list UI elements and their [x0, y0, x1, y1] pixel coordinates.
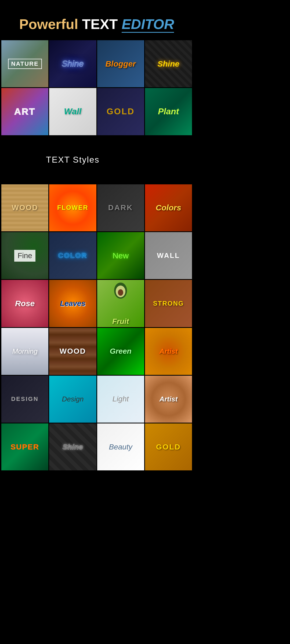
- title-text: TEXT: [82, 16, 122, 32]
- tile-dark-label: DARK: [108, 203, 133, 212]
- tile-gold2[interactable]: GOLD: [145, 423, 192, 470]
- tile-design1[interactable]: DESIGN: [1, 376, 48, 423]
- tile-super-label: SUPER: [10, 443, 39, 451]
- tile-wall2-label: WALL: [157, 251, 180, 260]
- tile-design2[interactable]: Design: [49, 376, 96, 423]
- tile-color-label: COLOR: [58, 251, 87, 260]
- tile-green[interactable]: Green: [97, 328, 144, 375]
- tile-gold2-label: GOLD: [156, 443, 181, 451]
- tile-shine3-label: Shine: [63, 443, 83, 451]
- tile-wall-label: Wall: [64, 107, 81, 116]
- tile-beauty[interactable]: Beauty: [97, 423, 144, 470]
- tile-fruit[interactable]: Fruit: [97, 280, 144, 327]
- tile-new[interactable]: New: [97, 232, 144, 279]
- tile-flower[interactable]: FLOWER: [49, 184, 96, 231]
- tile-super[interactable]: SUPER: [1, 423, 48, 470]
- tile-wall[interactable]: Wall: [49, 88, 96, 135]
- avocado-icon: [113, 281, 129, 300]
- tile-color[interactable]: COLOR: [49, 232, 96, 279]
- tile-blogger-label: Blogger: [105, 59, 136, 68]
- tile-gold[interactable]: GOLD: [97, 88, 144, 135]
- tile-light[interactable]: Light: [97, 376, 144, 423]
- tile-design1-label: DESIGN: [11, 396, 38, 402]
- title-powerful: Powerful: [19, 16, 78, 32]
- title-editor: EDITOR: [122, 16, 174, 33]
- tile-fine-label: Fine: [14, 250, 35, 262]
- tile-nature[interactable]: NATURE: [1, 40, 48, 87]
- tile-light-label: Light: [113, 395, 129, 403]
- tile-shine2[interactable]: Shine: [145, 40, 192, 87]
- tile-fine[interactable]: Fine: [1, 232, 48, 279]
- tile-beauty-label: Beauty: [109, 443, 132, 451]
- tile-colors[interactable]: Colors: [145, 184, 192, 231]
- tile-artist2[interactable]: Artist: [145, 376, 192, 423]
- tile-shine1-label: Shine: [62, 59, 84, 69]
- svg-point-2: [118, 289, 123, 296]
- tile-art[interactable]: ART: [1, 88, 48, 135]
- tile-art-label: ART: [14, 106, 35, 117]
- tile-fruit-label: Fruit: [112, 317, 129, 326]
- banner-label: TEXT Styles: [46, 155, 99, 165]
- tile-leaves[interactable]: Leaves: [49, 280, 96, 327]
- tile-plant-label: Plant: [158, 107, 179, 116]
- tile-artist1-label: Artist: [159, 347, 177, 356]
- app-header: Powerful TEXT EDITOR: [0, 0, 193, 40]
- tile-artist2-label: Artist: [159, 395, 177, 403]
- tile-design2-label: Design: [62, 395, 84, 403]
- tile-dark[interactable]: DARK: [97, 184, 144, 231]
- tile-wood1[interactable]: WOOD: [1, 184, 48, 231]
- tile-wood2[interactable]: WOOD: [49, 328, 96, 375]
- tile-rose[interactable]: Rose: [1, 280, 48, 327]
- tile-leaves-label: Leaves: [60, 299, 85, 308]
- header-title: Powerful TEXT EDITOR: [8, 16, 185, 32]
- tile-shine3[interactable]: Shine: [49, 423, 96, 470]
- tile-wood2-label: WOOD: [60, 347, 86, 356]
- tile-plant[interactable]: Plant: [145, 88, 192, 135]
- tile-green-label: Green: [110, 347, 132, 356]
- styles-grid: NATURE Shine Blogger Shine ART: [0, 40, 193, 470]
- tile-shine1[interactable]: Shine: [49, 40, 96, 87]
- tile-shine2-label: Shine: [158, 59, 180, 68]
- tile-strong[interactable]: STRONG: [145, 280, 192, 327]
- tile-wood1-label: WOOD: [12, 203, 38, 212]
- tile-nature-label: NATURE: [8, 59, 42, 69]
- text-styles-banner: TEXT Styles: [1, 136, 144, 184]
- tile-flower-label: FLOWER: [57, 204, 88, 211]
- tile-strong-label: STRONG: [153, 300, 184, 307]
- tile-new-label: New: [113, 251, 129, 260]
- tile-morning-label: Morning: [12, 347, 38, 356]
- tile-wall2[interactable]: WALL: [145, 232, 192, 279]
- tile-colors-label: Colors: [156, 203, 181, 212]
- tile-gold-label: GOLD: [107, 107, 135, 116]
- tile-rose-label: Rose: [15, 299, 35, 308]
- tile-morning[interactable]: Morning: [1, 328, 48, 375]
- tile-blogger[interactable]: Blogger: [97, 40, 144, 87]
- tile-artist1[interactable]: Artist: [145, 328, 192, 375]
